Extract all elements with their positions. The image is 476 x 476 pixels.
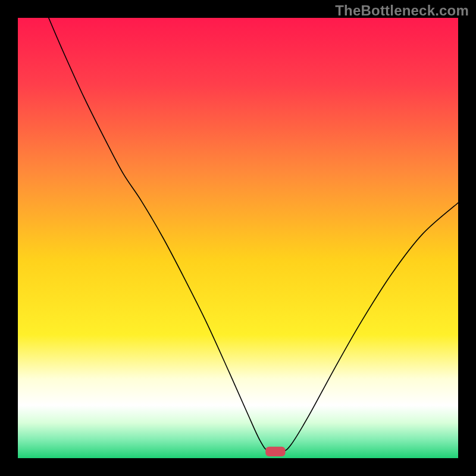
plot-area [18, 18, 458, 458]
chart-svg [18, 18, 458, 458]
watermark-text: TheBottleneck.com [335, 2, 469, 19]
optimal-marker [265, 447, 285, 456]
chart-frame: TheBottleneck.com [0, 0, 476, 476]
